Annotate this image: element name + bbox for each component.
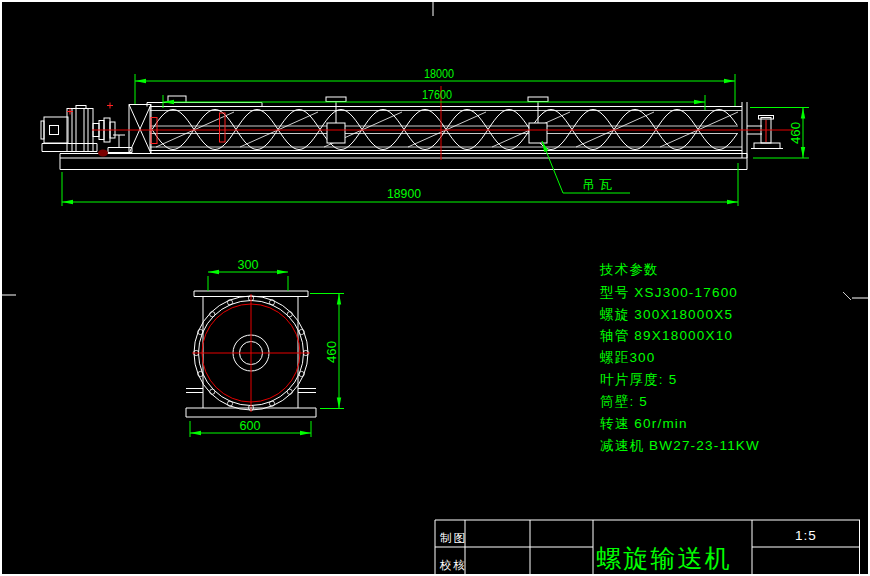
drawing-canvas: 18000 17600 18900 460 吊瓦 — [0, 0, 870, 576]
bolt-hole — [210, 389, 215, 394]
conveyor-tube — [147, 96, 747, 158]
bolt-hole — [287, 389, 292, 394]
section-dimensions: 300 600 460 — [190, 257, 344, 437]
section-view: 300 600 460 — [186, 257, 344, 437]
param-line-0: 技术参数 — [599, 262, 659, 277]
hanger-label: 吊瓦 — [582, 177, 616, 192]
cad-sheet: 18000 17600 18900 460 吊瓦 — [0, 0, 870, 576]
bolt-hole — [198, 329, 203, 334]
inlet-pedestal — [129, 105, 151, 154]
tech-params: 技术参数 型号 XSJ300-17600 螺旋 300X18000X5 轴管 8… — [599, 262, 760, 453]
param-line-8: 减速机 BW27-23-11KW — [600, 438, 760, 453]
dim-18000: 18000 — [424, 66, 454, 81]
motor-hub — [50, 126, 59, 135]
gearbox-cap — [76, 106, 86, 109]
bolt-hole — [299, 329, 304, 334]
motor — [44, 117, 68, 143]
side-view: 18000 17600 18900 460 吊瓦 — [41, 66, 809, 206]
bolt-hole — [210, 312, 215, 317]
bolt-hole — [227, 401, 232, 406]
base-frame — [60, 154, 747, 170]
inlet-lip — [147, 103, 262, 107]
param-line-4: 螺距300 — [600, 350, 656, 365]
hanger-bearing-2 — [528, 97, 548, 143]
dim-18900: 18900 — [387, 186, 421, 201]
bolt-hole — [269, 401, 274, 406]
param-line-1: 型号 XSJ300-17600 — [600, 285, 738, 300]
drawing-title: 螺旋输送机 — [597, 544, 732, 572]
motor-base — [42, 144, 97, 152]
dim-section-460: 460 — [324, 341, 339, 363]
param-line-3: 轴管 89X18000X10 — [600, 328, 733, 343]
param-line-6: 筒壁: 5 — [600, 394, 648, 409]
dim-600: 600 — [240, 418, 261, 433]
bolt-hole — [227, 300, 232, 305]
param-line-2: 螺旋 300X18000X5 — [600, 307, 733, 322]
section-crosshair — [192, 294, 310, 412]
bolt-hole — [299, 371, 304, 376]
param-line-5: 叶片厚度: 5 — [600, 372, 677, 387]
dim-17600: 17600 — [422, 87, 452, 102]
drawing-scale: 1:5 — [795, 528, 817, 543]
section-geometry — [186, 291, 316, 417]
red-mark-shaft — [107, 103, 113, 109]
hanger-bearing-1 — [326, 97, 346, 143]
dim-side-460: 460 — [788, 122, 803, 144]
title-block: 制图 校核 螺旋输送机 1:5 — [435, 520, 860, 575]
titleblock-cell-check: 校核 — [439, 559, 467, 571]
titleblock-cell-draw: 制图 — [440, 532, 467, 544]
end-bearing — [747, 116, 783, 149]
drive-unit — [41, 105, 151, 154]
bolt-hole — [287, 312, 292, 317]
dim-300: 300 — [238, 257, 259, 272]
bolt-hole — [269, 300, 274, 305]
param-line-7: 转速 60r/min — [600, 416, 688, 431]
gearbox — [67, 109, 93, 152]
bolt-hole — [198, 371, 203, 376]
red-blob — [98, 150, 108, 157]
side-dimensions: 18000 17600 18900 460 吊瓦 — [62, 66, 809, 206]
right-mark-scribble — [843, 292, 851, 300]
